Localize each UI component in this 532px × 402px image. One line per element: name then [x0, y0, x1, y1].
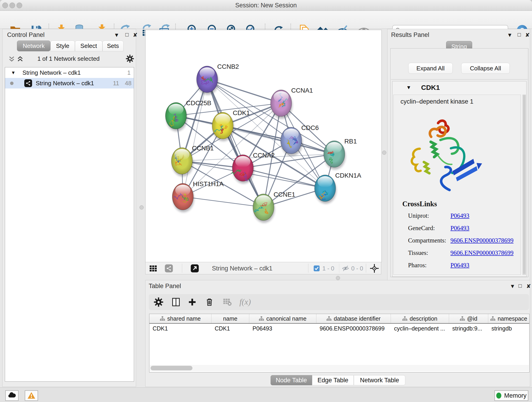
crosslink-label: GeneCard:	[408, 225, 435, 232]
scrollbar-thumb[interactable]	[151, 366, 192, 370]
tree-icon	[402, 316, 407, 321]
tree-icon	[460, 316, 465, 321]
title-bar: Session: New Session	[0, 0, 532, 11]
crosslink-value-link[interactable]: P06493	[450, 262, 469, 269]
delete-table-icon	[222, 297, 233, 307]
table-horizontal-scrollbar[interactable]	[150, 365, 529, 371]
tab-sets[interactable]: Sets	[102, 41, 123, 51]
tab-network-table[interactable]: Network Table	[354, 375, 405, 385]
close-panel-icon[interactable]: ✘	[525, 32, 530, 38]
float-panel-icon[interactable]: □	[125, 32, 129, 38]
section-collapse-icon[interactable]: ▼	[406, 85, 411, 90]
string-network-graph[interactable]: CCNB2CCNA1CDC25BCDK1CDC6RB1CCNB1CCNA2CDK…	[146, 30, 381, 262]
column-header-name[interactable]: name	[211, 314, 249, 323]
tree-expand-icon[interactable]: ▼	[11, 70, 16, 75]
svg-text:RB1: RB1	[344, 138, 357, 145]
main-toolbar: ?	[0, 11, 532, 29]
window-title: Session: New Session	[0, 0, 532, 11]
column-header-namespace[interactable]: namespace	[488, 314, 529, 323]
results-scrollbar[interactable]	[523, 95, 526, 275]
gene-section: ▼ CDK1 cyclin–dependent kinase 1	[392, 81, 526, 277]
collapse-all-button[interactable]: Collapse All	[461, 63, 510, 74]
svg-text:CCNB1: CCNB1	[192, 145, 214, 152]
table-options-button[interactable]	[153, 297, 164, 307]
right-splitter-handle[interactable]	[382, 151, 386, 155]
function-builder-button[interactable]: f(x)	[239, 297, 251, 307]
gene-description: cyclin–dependent kinase 1	[400, 98, 473, 105]
crosslink-value-link[interactable]: 9606.ENSP00000378699	[450, 249, 513, 256]
tab-edge-table[interactable]: Edge Table	[312, 375, 354, 385]
share-badge-icon	[165, 264, 173, 273]
tab-network[interactable]: Network	[17, 41, 51, 51]
grid-view-button[interactable]	[149, 264, 158, 273]
protein-structure-image	[404, 114, 488, 195]
control-panel: Control Panel ▼ □ ✘ Network Style Select…	[2, 29, 136, 387]
close-panel-icon[interactable]: ✘	[133, 32, 138, 38]
external-arrow-icon	[190, 264, 199, 273]
show-columns-button[interactable]	[171, 297, 181, 307]
warning-status-button[interactable]	[25, 390, 38, 401]
tab-select[interactable]: Select	[75, 41, 102, 51]
clear-table-button[interactable]	[222, 297, 233, 307]
trash-icon	[204, 297, 215, 307]
float-panel-icon[interactable]: □	[519, 283, 522, 289]
birdseye-view-button[interactable]	[370, 264, 379, 273]
network-collection-row[interactable]: ▼ String Network – cdk1 1	[5, 67, 134, 78]
results-panel-title: Results Panel	[391, 32, 429, 38]
table-toolbar: f(x)	[149, 294, 529, 310]
node-count: 11	[113, 80, 119, 87]
gene-section-header[interactable]: ▼ CDK1	[393, 81, 526, 94]
detach-view-button[interactable]	[190, 264, 199, 273]
horizontal-splitter-handle[interactable]	[336, 276, 340, 280]
expand-all-button[interactable]: Expand All	[408, 63, 453, 74]
crosslink-value-link[interactable]: 9606.ENSP00000378699	[450, 237, 513, 244]
crosslink-label: Pharos:	[408, 262, 427, 269]
crosslinks-title: CrossLinks	[402, 200, 437, 208]
column-header-canonical-name[interactable]: canonical name	[249, 314, 317, 323]
add-column-button[interactable]	[187, 297, 197, 307]
collapse-panel-icon[interactable]: ▼	[507, 32, 513, 38]
column-header-description[interactable]: description	[391, 314, 449, 323]
network-badge-button[interactable]	[165, 264, 173, 273]
selected-counts: 1 - 0	[322, 262, 334, 274]
network-options-gear-icon[interactable]	[126, 54, 134, 63]
tree-icon	[259, 316, 264, 321]
share-icon	[26, 81, 31, 86]
delete-column-button[interactable]	[204, 297, 215, 307]
network-type-badge	[24, 79, 32, 87]
cloud-status-button[interactable]	[5, 390, 19, 401]
tab-node-table[interactable]: Node Table	[271, 375, 312, 385]
column-header-shared-name[interactable]: shared name	[149, 314, 211, 323]
network-view-toolbar: String Network – cdk1 1 - 0 0 - 0	[145, 262, 381, 274]
memory-label: Memory	[504, 392, 526, 399]
column-header-id[interactable]: @id	[449, 314, 488, 323]
svg-text:CDC6: CDC6	[301, 124, 319, 131]
table-row[interactable]: CDK1 CDK1 P06493 9606.ENSP00000378699 cy…	[149, 324, 529, 333]
collection-count: 1	[127, 69, 131, 76]
left-splitter-handle[interactable]	[139, 205, 144, 210]
hidden-eye-icon	[342, 265, 349, 272]
float-panel-icon[interactable]: □	[518, 32, 521, 38]
crosslink-value-link[interactable]: P06493	[450, 225, 469, 232]
network-name: String Network – cdk1	[36, 80, 94, 87]
collapse-panel-icon[interactable]: ▼	[510, 283, 515, 289]
columns-icon	[171, 297, 181, 307]
toolbar-divider	[366, 264, 366, 273]
network-row-selected[interactable]: String Network – cdk1 11 48	[5, 78, 134, 89]
tab-style[interactable]: Style	[51, 41, 75, 51]
expand-all-networks-icon[interactable]	[8, 56, 15, 62]
svg-text:CCNA2: CCNA2	[253, 152, 275, 159]
selected-checkbox-icon[interactable]	[313, 265, 320, 272]
close-panel-icon[interactable]: ✘	[526, 283, 531, 289]
crosslink-value-link[interactable]: P06493	[450, 212, 469, 219]
warning-icon	[27, 391, 36, 400]
column-header-database-identifier[interactable]: database identifier	[317, 314, 391, 323]
network-canvas[interactable]: CCNB2CCNA1CDC25BCDK1CDC6RB1CCNB1CCNA2CDK…	[145, 30, 382, 262]
toolbar-divider	[339, 264, 339, 273]
divider	[391, 79, 528, 80]
tree-icon	[490, 316, 495, 321]
table-panel-title: Table Panel	[149, 283, 181, 290]
memory-status-button[interactable]: Memory	[494, 390, 528, 401]
collapse-panel-icon[interactable]: ▼	[114, 32, 119, 38]
collapse-all-networks-icon[interactable]	[17, 56, 23, 62]
